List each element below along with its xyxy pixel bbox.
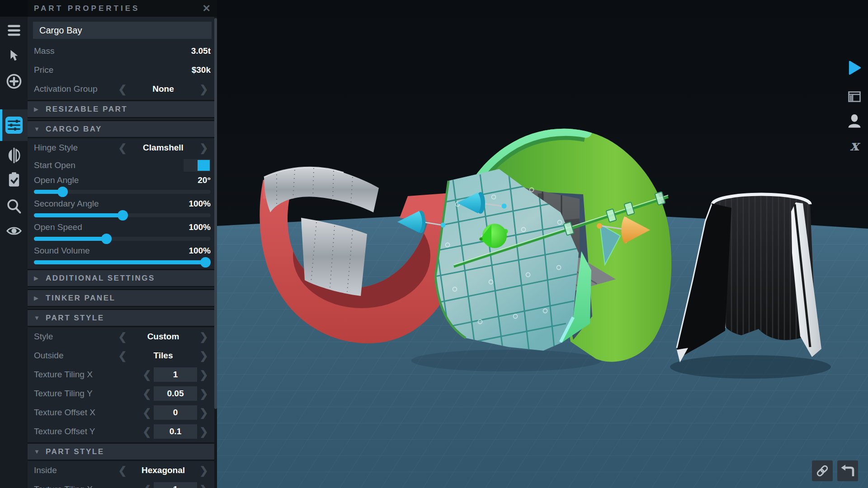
hinge-style-label: Hinge Style [34,143,116,153]
variables-x-icon: x [850,137,859,154]
chevron-right-icon[interactable]: ❯ [197,388,211,400]
sound-volume-row: Sound Volume 100% [28,244,217,258]
chevron-left-icon[interactable]: ❮ [116,83,129,95]
panels-button[interactable] [844,87,864,107]
play-icon [846,60,863,76]
section-cargo-bay[interactable]: ▼ CARGO BAY [28,120,217,138]
chevron-right-icon[interactable]: ❯ [197,483,211,488]
chevron-right-icon[interactable]: ❯ [197,465,211,477]
connections-button[interactable] [812,460,833,481]
chevron-left-icon[interactable]: ❮ [140,426,154,438]
chevron-left-icon[interactable]: ❮ [116,142,129,154]
panel-header: PART PROPERTIES ✕ [28,0,217,17]
texture-tiling-x-value[interactable]: 1 [154,367,197,382]
collapsed-triangle-icon: ▶ [34,295,46,301]
close-icon[interactable]: ✕ [203,4,211,14]
hinge-style-value: Clamshell [129,143,197,153]
texture-tiling-y-value[interactable]: 0.05 [154,386,197,401]
symmetry-icon [5,146,23,164]
undo-arrow-icon [840,463,855,479]
variables-button[interactable]: x [844,136,864,155]
activation-group-label: Activation Group [34,84,116,94]
expanded-triangle-icon: ▼ [34,314,46,321]
expanded-triangle-icon: ▼ [34,126,46,132]
part-shadow [670,355,831,379]
section-tinker-panel[interactable]: ▶ TINKER PANEL [28,289,217,307]
add-part-icon [5,73,23,90]
slider-knob[interactable] [118,210,128,221]
texture-tiling-x2-value[interactable]: 1 [154,482,197,488]
chevron-left-icon[interactable]: ❮ [140,369,154,381]
chevron-right-icon[interactable]: ❯ [197,350,211,362]
chevron-left-icon[interactable]: ❮ [116,465,129,477]
search-button[interactable] [0,197,28,216]
bay-shadow [411,350,601,371]
slider-knob[interactable] [200,257,211,267]
undo-button[interactable] [837,460,858,481]
texture-offset-y-value[interactable]: 0.1 [154,424,197,439]
open-angle-slider[interactable] [34,190,211,194]
pointer-icon [7,49,21,63]
hinge-style-row: Hinge Style ❮ Clamshell ❯ [28,138,217,157]
texture-offset-x-value[interactable]: 0 [154,405,197,420]
mass-row: Mass 3.05t [28,42,217,61]
select-tool-button[interactable] [0,46,28,66]
scrollbar-thumb[interactable] [214,18,217,409]
price-row: Price $30k [28,61,217,80]
menu-icon [6,22,22,38]
chevron-left-icon[interactable]: ❮ [116,350,129,362]
part-properties-button[interactable] [0,115,28,135]
eye-icon [5,222,23,239]
sound-volume-value: 100% [189,246,211,256]
designer-screen: PART PROPERTIES ✕ Mass 3.05t Price $30k … [0,0,868,488]
section-additional-settings[interactable]: ▶ ADDITIONAL SETTINGS [28,269,217,287]
visibility-button[interactable] [0,221,28,241]
chevron-left-icon[interactable]: ❮ [116,331,129,343]
price-value: $30k [192,65,211,75]
section-part-style-outer[interactable]: ▼ PART STYLE [28,309,217,327]
collapsed-triangle-icon: ▶ [34,275,46,282]
texture-tiling-x2-row: Texture Tiling X ❮ 1 ❯ [28,480,217,488]
play-button[interactable] [844,58,864,78]
open-speed-value: 100% [189,222,211,232]
chevron-left-icon[interactable]: ❮ [140,483,154,488]
panel-scrollbar[interactable] [214,17,217,488]
left-toolbar [0,17,28,488]
chevron-right-icon[interactable]: ❯ [197,142,211,154]
slider-knob[interactable] [101,234,112,244]
start-open-toggle[interactable] [184,159,211,172]
inside-row: Inside ❮ Hexagonal ❯ [28,461,217,480]
account-button[interactable] [844,111,864,131]
activation-group-value: None [129,84,197,94]
style-row: Style ❮ Custom ❯ [28,327,217,346]
section-resizable-part[interactable]: ▶ RESIZABLE PART [28,100,217,118]
texture-offset-y-row: Texture Offset Y ❮ 0.1 ❯ [28,422,217,441]
slider-knob[interactable] [57,187,68,197]
secondary-angle-slider[interactable] [34,213,211,217]
chevron-left-icon[interactable]: ❮ [140,388,154,400]
texture-offset-x-row: Texture Offset X ❮ 0 ❯ [28,403,217,422]
style-value: Custom [129,332,197,342]
panel-title: PART PROPERTIES [34,4,203,13]
part-properties-panel: PART PROPERTIES ✕ Mass 3.05t Price $30k … [28,0,217,488]
chevron-right-icon[interactable]: ❯ [197,83,211,95]
sound-volume-slider[interactable] [34,260,211,264]
add-part-button[interactable] [0,71,28,91]
open-speed-slider[interactable] [34,237,211,241]
staging-button[interactable] [0,169,28,189]
texture-tiling-x-row: Texture Tiling X ❮ 1 ❯ [28,365,217,384]
chevron-right-icon[interactable]: ❯ [197,407,211,419]
chevron-left-icon[interactable]: ❮ [140,407,154,419]
menu-button[interactable] [0,20,28,40]
layout-panels-icon [847,89,862,104]
open-angle-value: 20° [198,175,211,185]
section-part-style-inner[interactable]: ▼ PART STYLE [28,442,217,461]
chevron-right-icon[interactable]: ❯ [197,331,211,343]
texture-tiling-y-row: Texture Tiling Y ❮ 0.05 ❯ [28,384,217,403]
chevron-right-icon[interactable]: ❯ [197,426,211,438]
part-name-input[interactable] [33,22,212,39]
inside-value: Hexagonal [129,465,197,475]
chevron-right-icon[interactable]: ❯ [197,369,211,381]
clipboard-check-icon [5,171,23,188]
symmetry-tool-button[interactable] [0,145,28,165]
